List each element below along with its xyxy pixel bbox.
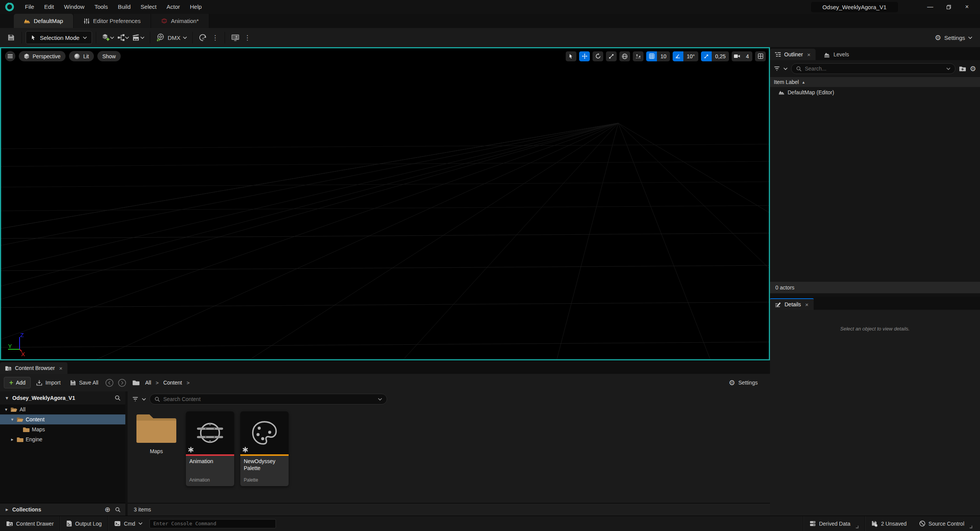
move-tool-button[interactable] [579,51,590,61]
tab-default-map[interactable]: DefaultMap [14,14,74,28]
chevron-down-icon[interactable] [783,67,788,70]
sort-ascending-icon: ▲ [801,80,805,84]
tree-item-all[interactable]: ▾ All [0,404,125,414]
filter-icon[interactable] [774,66,780,71]
scale-snap-value[interactable]: 0,25 [712,51,729,61]
surface-snap-button[interactable] [633,51,643,61]
viewport-show-dropdown[interactable]: Show [97,51,121,61]
chevron-down-icon[interactable] [378,398,382,401]
tab-levels[interactable]: Levels [819,49,854,60]
device-preview-button[interactable] [229,31,242,44]
unsaved-changes-button[interactable]: 2 Unsaved [865,516,913,531]
content-drawer-button[interactable]: Content Drawer [0,516,60,531]
tab-details[interactable]: Details × [770,298,814,310]
viewport-lit-dropdown[interactable]: Lit [69,51,94,61]
viewport-menu-button[interactable] [5,51,15,61]
outliner-search-box[interactable] [791,63,955,74]
tab-animation[interactable]: Animation* [151,14,209,28]
viewport-perspective-dropdown[interactable]: Perspective [19,51,66,61]
rotation-snap-value[interactable]: 10° [683,51,698,61]
menu-window[interactable]: Window [59,0,89,14]
chevron-down-icon[interactable] [946,67,950,70]
output-log-button[interactable]: Output Log [60,516,108,531]
asset-card-animation[interactable]: Animation Animation [186,411,234,486]
cursor-icon [31,35,36,41]
menu-actor[interactable]: Actor [161,0,185,14]
cmd-dropdown[interactable]: Cmd [108,516,149,531]
back-button[interactable] [105,378,114,387]
source-control-button[interactable]: Source Control [913,516,980,531]
restore-button[interactable] [939,0,958,13]
rotation-snap-button[interactable] [673,51,683,61]
content-search-input[interactable] [163,396,375,402]
menu-edit[interactable]: Edit [39,0,59,14]
sources-header[interactable]: ▾ Odsey_WeeklyAgora_V1 [0,391,125,404]
forward-button[interactable] [118,378,126,387]
camera-speed-value[interactable]: 4 [742,51,752,61]
rotate-tool-button[interactable] [593,51,603,61]
toolbar-settings-dropdown[interactable]: ⚙ Settings [935,34,975,41]
minimize-button[interactable]: — [921,0,939,13]
dmx-dropdown[interactable]: DMX [154,31,188,44]
tree-item-engine[interactable]: ▸ Engine [0,434,125,444]
menu-build[interactable]: Build [113,0,135,14]
save-all-button[interactable]: Save All [66,377,102,388]
tab-outliner[interactable]: Outliner × [770,49,816,60]
outliner-search-input[interactable] [805,66,943,72]
scale-tool-button[interactable] [606,51,617,61]
tab-editor-preferences[interactable]: Editor Preferences [74,14,151,28]
camera-speed-button[interactable] [732,51,742,61]
add-actor-button[interactable] [100,31,116,44]
console-command-input[interactable] [149,519,276,528]
quad-view-button[interactable] [755,51,766,61]
chevron-down-icon[interactable] [142,398,146,401]
world-space-button[interactable] [619,51,630,61]
asset-card-newodyssey-palette[interactable]: NewOdyssey Palette Palette [240,411,289,486]
outliner-column-header[interactable]: Item Label ▲ [770,77,980,87]
platforms-options-button[interactable]: ⋮ [210,34,221,42]
filter-icon[interactable] [132,396,138,402]
close-button[interactable]: × [958,0,976,13]
grid-snap-button[interactable] [646,51,657,61]
folder-icon [23,427,30,432]
close-icon[interactable]: × [804,301,809,308]
tab-content-browser[interactable]: Content Browser × [0,362,67,374]
collections-bar[interactable]: ▸ Collections ⊕ [0,503,125,516]
caret-right-icon[interactable]: ▸ [10,437,15,442]
new-folder-icon[interactable] [959,66,966,72]
add-collection-icon[interactable]: ⊕ [105,505,110,514]
grid-snap-value[interactable]: 10 [657,51,670,61]
selection-mode-dropdown[interactable]: Selection Mode [26,31,92,44]
caret-down-icon[interactable]: ▾ [10,417,15,422]
menu-help[interactable]: Help [185,0,207,14]
blueprints-button[interactable] [116,31,131,44]
save-button[interactable] [5,31,18,44]
tree-item-maps[interactable]: Maps [0,424,125,434]
menu-file[interactable]: File [20,0,39,14]
menu-tools[interactable]: Tools [89,0,113,14]
derived-data-button[interactable]: Derived Data [803,516,865,531]
scale-snap-button[interactable] [701,51,712,61]
select-tool-button[interactable] [566,51,576,61]
tree-item-content[interactable]: ▾ Content [0,414,125,424]
add-button[interactable]: + Add [4,377,31,388]
outliner-settings-icon[interactable]: ⚙ [970,65,976,72]
search-icon[interactable] [115,395,121,401]
menu-select[interactable]: Select [136,0,162,14]
close-icon[interactable]: × [806,51,811,58]
device-options-button[interactable]: ⋮ [242,34,253,42]
camera-icon [734,54,740,59]
import-button[interactable]: Import [32,377,64,388]
search-icon[interactable] [115,507,121,513]
breadcrumb-content[interactable]: Content [161,380,184,386]
content-browser-settings-button[interactable]: ⚙ Settings [729,379,766,386]
cinematics-button[interactable] [131,31,146,44]
level-viewport[interactable]: Perspective Lit Show [0,47,770,360]
content-search-box[interactable] [149,394,387,404]
asset-folder-maps[interactable]: Maps [133,411,180,454]
close-icon[interactable]: × [58,365,62,372]
caret-down-icon[interactable]: ▾ [4,407,8,412]
platforms-button[interactable] [197,31,210,44]
breadcrumb-all[interactable]: All [143,380,154,386]
outliner-row-defaultmap[interactable]: DefaultMap (Editor) [770,87,980,98]
